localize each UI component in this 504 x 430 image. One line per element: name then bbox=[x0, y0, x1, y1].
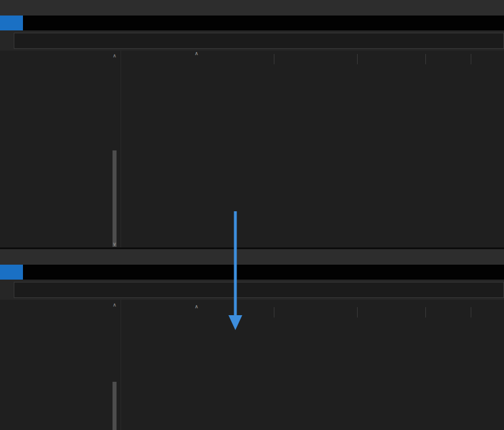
scroll-thumb[interactable] bbox=[113, 150, 117, 247]
navigation-pane: ∧ ∨ bbox=[0, 51, 121, 247]
ribbon-tabs bbox=[0, 265, 504, 280]
scroll-thumb[interactable] bbox=[113, 382, 117, 430]
column-divider[interactable] bbox=[471, 54, 471, 64]
sidebar-scrollbar[interactable]: ∧ ∨ bbox=[111, 301, 118, 430]
address-bar-row bbox=[0, 30, 504, 51]
column-headers: ∧ bbox=[121, 53, 504, 67]
address-bar-row bbox=[0, 280, 504, 300]
sidebar-scrollbar[interactable]: ∧ ∨ bbox=[111, 52, 118, 247]
scroll-up-icon[interactable]: ∧ bbox=[111, 301, 118, 308]
scroll-down-icon[interactable]: ∨ bbox=[111, 240, 118, 247]
tab-file[interactable] bbox=[0, 265, 23, 280]
titlebar[interactable] bbox=[0, 249, 504, 265]
sort-ascending-icon: ∧ bbox=[195, 304, 199, 309]
column-divider[interactable] bbox=[357, 307, 358, 317]
navigation-pane: ∧ ∨ bbox=[0, 300, 121, 430]
column-divider[interactable] bbox=[274, 54, 274, 64]
ribbon-tabs bbox=[0, 16, 504, 30]
titlebar[interactable] bbox=[0, 0, 504, 16]
address-field[interactable] bbox=[14, 282, 504, 298]
sort-ascending-icon: ∧ bbox=[195, 51, 199, 56]
column-divider[interactable] bbox=[425, 307, 426, 317]
column-headers: ∧ bbox=[121, 306, 504, 320]
file-list-pane: ∧ bbox=[121, 300, 504, 430]
tab-view[interactable] bbox=[71, 16, 95, 30]
window-content: ∧ ∨ ∧ bbox=[0, 51, 504, 247]
file-list-pane: ∧ bbox=[121, 51, 504, 247]
column-divider[interactable] bbox=[471, 307, 471, 317]
address-field[interactable] bbox=[14, 33, 504, 49]
column-divider[interactable] bbox=[274, 307, 274, 317]
tab-view[interactable] bbox=[71, 265, 95, 280]
window-content: ∧ ∨ ∧ bbox=[0, 300, 504, 430]
explorer-window-max: ∧ ∨ ∧ bbox=[0, 0, 504, 247]
tab-share[interactable] bbox=[47, 265, 71, 280]
tab-file[interactable] bbox=[0, 16, 23, 30]
scroll-up-icon[interactable]: ∧ bbox=[111, 52, 118, 59]
column-divider[interactable] bbox=[425, 54, 426, 64]
tab-home[interactable] bbox=[23, 265, 47, 280]
explorer-window-startup: ∧ ∨ ∧ bbox=[0, 249, 504, 430]
column-divider[interactable] bbox=[357, 54, 358, 64]
tab-share[interactable] bbox=[47, 16, 71, 30]
tab-home[interactable] bbox=[23, 16, 47, 30]
